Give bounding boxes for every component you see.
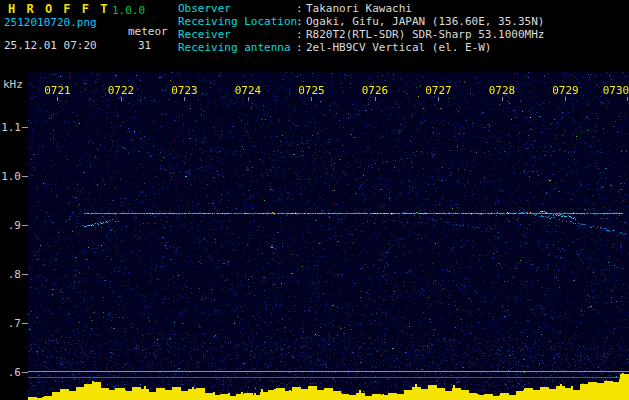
spectrogram-canvas xyxy=(28,72,629,400)
time-tick-label: 0721 xyxy=(44,84,71,97)
freq-tick-label: 1.1 xyxy=(1,121,21,134)
time-tick-label: 0723 xyxy=(171,84,198,97)
header: H R O F F T 1.0.0 2512010720.png meteor … xyxy=(0,0,629,72)
time-tick-label: 0729 xyxy=(552,84,579,97)
time-tick-label: 0724 xyxy=(235,84,262,97)
info-row-observer: Observer:Takanori Kawachi xyxy=(178,2,544,15)
time-tick-label: 0725 xyxy=(298,84,325,97)
freq-tick-label: .6 xyxy=(8,366,21,379)
info-value: 2el-HB9CV Vertical (el. E-W) xyxy=(306,41,491,54)
time-tick-label: 0726 xyxy=(362,84,389,97)
info-row-location: Receiving Location:Ogaki, Gifu, JAPAN (1… xyxy=(178,15,544,28)
info-separator: : xyxy=(296,28,306,41)
info-separator: : xyxy=(296,15,306,28)
freq-tick-label: 1.0 xyxy=(1,170,21,183)
info-row-antenna: Receiving antenna:2el-HB9CV Vertical (el… xyxy=(178,41,544,54)
time-tick-label: 0728 xyxy=(489,84,516,97)
station-info: Observer:Takanori Kawachi Receiving Loca… xyxy=(178,2,544,54)
info-label: Receiver xyxy=(178,28,296,41)
freq-tick-label: .7 xyxy=(8,317,21,330)
mode-label: meteor xyxy=(128,25,168,38)
info-value: Takanori Kawachi xyxy=(306,2,412,15)
info-label: Receiving Location xyxy=(178,15,296,28)
frequency-axis: kHz 1.11.0.9.8.7.6 xyxy=(0,72,28,400)
meteor-count: 31 xyxy=(138,39,151,52)
datetime-label: 25.12.01 07:20 xyxy=(4,39,97,52)
freq-tick-label: .8 xyxy=(8,268,21,281)
output-filename: 2512010720.png xyxy=(4,16,97,29)
time-tick-label: 0730 xyxy=(603,84,629,97)
info-row-receiver: Receiver:R820T2(RTL-SDR) SDR-Sharp 53.10… xyxy=(178,28,544,41)
time-tick-label: 0722 xyxy=(108,84,135,97)
time-axis: 0721072207230724072507260727072807290730 xyxy=(28,72,629,112)
info-value: R820T2(RTL-SDR) SDR-Sharp 53.1000MHz xyxy=(306,28,544,41)
spectrogram: 0721072207230724072507260727072807290730 xyxy=(28,72,629,400)
info-separator: : xyxy=(296,2,306,15)
app-version: 1.0.0 xyxy=(112,4,145,17)
info-separator: : xyxy=(296,41,306,54)
freq-tick-label: .9 xyxy=(8,219,21,232)
app-title: H R O F F T xyxy=(8,2,109,16)
info-value: Ogaki, Gifu, JAPAN (136.60E, 35.35N) xyxy=(306,15,544,28)
frequency-axis-unit: kHz xyxy=(3,78,23,91)
info-label: Observer xyxy=(178,2,296,15)
time-tick-label: 0727 xyxy=(425,84,452,97)
info-label: Receiving antenna xyxy=(178,41,296,54)
